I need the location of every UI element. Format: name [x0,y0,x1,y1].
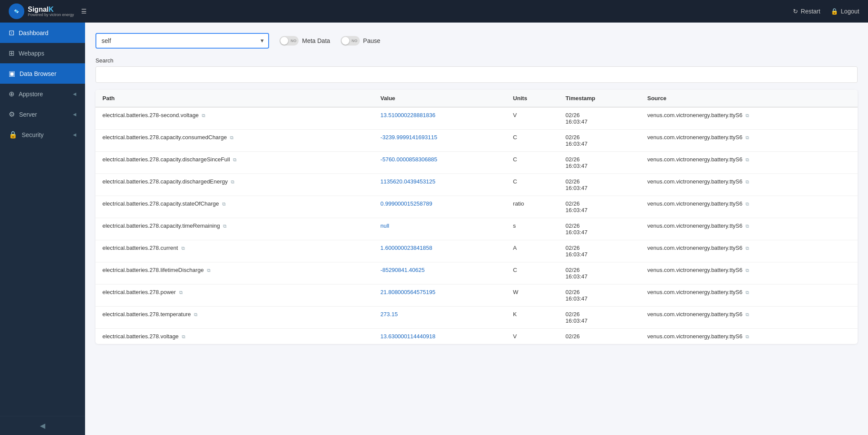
logo-text: Signal K Powered by victron energy [28,6,74,17]
webapps-icon: ⊞ [9,49,14,57]
copy-source-icon[interactable]: ⧉ [746,268,749,273]
copy-path-icon[interactable]: ⧉ [231,179,234,184]
copy-path-icon[interactable]: ⧉ [233,157,237,162]
cell-path: electrical.batteries.278.lifetimeDischar… [95,262,374,285]
copy-source-icon[interactable]: ⧉ [746,223,749,229]
cell-unit: s [506,218,559,240]
logo-k: K [49,6,54,13]
sidebar-label-appstore: Appstore [19,91,69,98]
copy-path-icon[interactable]: ⧉ [179,290,183,295]
cell-source: venus.com.victronenergy.battery.ttyS6 ⧉ [640,152,858,174]
copy-path-icon[interactable]: ⧉ [222,201,226,206]
table-row: electrical.batteries.278.power ⧉ 21.8080… [95,285,858,307]
cell-path: electrical.batteries.278.capacity.timeRe… [95,218,374,240]
copy-source-icon[interactable]: ⧉ [746,135,749,140]
hamburger-icon: ☰ [81,8,87,15]
navbar-left: Signal K Powered by victron energy ☰ [9,3,87,19]
table-row: electrical.batteries.278.capacity.consum… [95,130,858,152]
value-link[interactable]: 1135620.0439453125 [381,178,436,185]
cell-timestamp: 02/26 16:03:47 [559,196,640,218]
copy-source-icon[interactable]: ⧉ [746,179,749,184]
search-input[interactable] [95,66,858,83]
hamburger-menu-button[interactable]: ☰ [81,8,87,15]
cell-timestamp: 02/26 16:03:47 [559,262,640,285]
source-select[interactable]: self all [95,33,269,49]
cell-value[interactable]: -3239.9999141693115 [374,130,506,152]
pause-toggle-state: NO [352,39,358,43]
cell-unit: V [506,107,559,130]
cell-value[interactable]: 0.999000015258789 [374,196,506,218]
meta-data-toggle[interactable]: NO [279,36,299,46]
lock-icon: 🔒 [831,8,838,15]
sidebar-item-dashboard[interactable]: ⊡ Dashboard [0,23,85,43]
cell-source: venus.com.victronenergy.battery.ttyS6 ⧉ [640,285,858,307]
sidebar-item-server[interactable]: ⚙ Server ◀ [0,104,85,124]
cell-value[interactable]: -85290841.40625 [374,262,506,285]
table-body: electrical.batteries.278-second.voltage … [95,107,858,344]
data-table: Path Value Units Timestamp Source electr… [95,90,858,344]
source-select-wrapper: self all ▼ [95,33,269,49]
search-section: Search [95,57,858,90]
copy-source-icon[interactable]: ⧉ [746,157,749,162]
value-link[interactable]: 13.630000114440918 [381,333,436,340]
sidebar-item-data-browser[interactable]: ▣ Data Browser [0,63,85,84]
cell-unit: C [506,130,559,152]
cell-timestamp: 02/26 16:03:47 [559,240,640,262]
sidebar-item-security[interactable]: 🔒 Security ◀ [0,124,85,145]
cell-value[interactable]: 273.15 [374,307,506,329]
cell-value[interactable]: null [374,218,506,240]
cell-value[interactable]: 1135620.0439453125 [374,174,506,196]
cell-value[interactable]: 13.510000228881836 [374,107,506,130]
copy-path-icon[interactable]: ⧉ [223,223,227,229]
copy-path-icon[interactable]: ⧉ [230,135,233,140]
copy-source-icon[interactable]: ⧉ [746,290,749,295]
copy-source-icon[interactable]: ⧉ [746,113,749,118]
table-row: electrical.batteries.278.capacity.discha… [95,152,858,174]
copy-source-icon[interactable]: ⧉ [746,201,749,206]
cell-value[interactable]: 1.600000023841858 [374,240,506,262]
copy-source-icon[interactable]: ⧉ [746,312,749,317]
search-label: Search [95,57,858,64]
cell-value[interactable]: 13.630000114440918 [374,329,506,344]
value-link[interactable]: 273.15 [381,311,398,317]
cell-value[interactable]: -5760.0000858306885 [374,152,506,174]
value-link[interactable]: 21.808000564575195 [381,289,436,295]
cell-source: venus.com.victronenergy.battery.ttyS6 ⧉ [640,196,858,218]
value-link[interactable]: -5760.0000858306885 [381,156,437,163]
cell-unit: C [506,152,559,174]
sidebar-label-security: Security [22,131,69,138]
logout-button[interactable]: 🔒 Logout [831,8,859,15]
copy-path-icon[interactable]: ⧉ [194,312,197,317]
value-link[interactable]: -85290841.40625 [381,267,425,273]
value-link[interactable]: -3239.9999141693115 [381,134,437,141]
cell-unit: ratio [506,196,559,218]
appstore-icon: ⊕ [9,90,14,98]
sidebar-bottom: ◀ [0,416,85,435]
restart-button[interactable]: ↻ Restart [793,8,820,15]
sidebar-item-appstore[interactable]: ⊕ Appstore ◀ [0,84,85,104]
copy-source-icon[interactable]: ⧉ [746,334,749,339]
pause-toggle[interactable]: NO [341,36,360,46]
value-link[interactable]: 0.999000015258789 [381,200,432,207]
copy-path-icon[interactable]: ⧉ [182,334,185,339]
table-row: electrical.batteries.278.temperature ⧉ 2… [95,307,858,329]
cell-unit: A [506,240,559,262]
table-row: electrical.batteries.278.lifetimeDischar… [95,262,858,285]
copy-path-icon[interactable]: ⧉ [202,113,205,118]
value-link[interactable]: 13.510000228881836 [381,112,436,118]
cell-source: venus.com.victronenergy.battery.ttyS6 ⧉ [640,130,858,152]
sidebar-collapse-button[interactable]: ◀ [0,416,85,435]
cell-source: venus.com.victronenergy.battery.ttyS6 ⧉ [640,329,858,344]
value-link[interactable]: 1.600000023841858 [381,245,432,251]
cell-path: electrical.batteries.278.power ⧉ [95,285,374,307]
copy-source-icon[interactable]: ⧉ [746,245,749,251]
copy-path-icon[interactable]: ⧉ [207,268,210,273]
sidebar-label-data-browser: Data Browser [20,70,76,77]
value-link[interactable]: null [381,222,389,229]
cell-value[interactable]: 21.808000564575195 [374,285,506,307]
restart-label: Restart [801,8,820,15]
copy-path-icon[interactable]: ⧉ [181,245,185,251]
col-source: Source [640,90,858,107]
sidebar-item-webapps[interactable]: ⊞ Webapps [0,43,85,63]
cell-unit: C [506,262,559,285]
